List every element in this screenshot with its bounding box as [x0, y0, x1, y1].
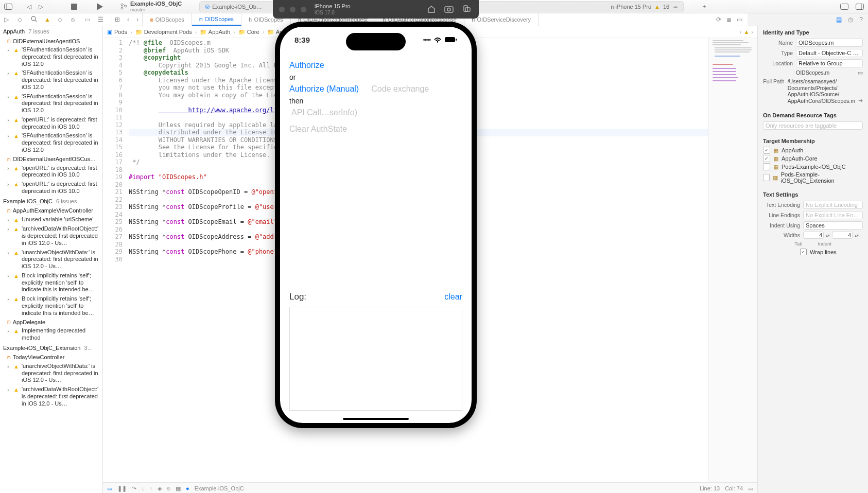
add-tab-icon[interactable]: ＋: [701, 2, 707, 11]
minimap[interactable]: [708, 38, 757, 482]
stop-icon[interactable]: [71, 4, 77, 10]
editor-grid-icon[interactable]: ⊞: [115, 16, 120, 23]
issue-item[interactable]: ›▲'unarchiveObjectWithData:' is deprecat…: [0, 362, 102, 385]
target-row[interactable]: ✓▦AppAuth: [758, 146, 868, 154]
issue-file[interactable]: m AppAuthExampleViewController: [0, 206, 102, 215]
simulate-loc-icon[interactable]: ▦: [176, 485, 181, 492]
nav-tests-icon[interactable]: ◇: [58, 16, 65, 23]
issue-item[interactable]: ›▲Implementing deprecated method: [0, 326, 102, 343]
scheme-selector[interactable]: Example-iOS_ObjC master: [120, 1, 182, 12]
encoding-select[interactable]: No Explicit Encoding: [803, 201, 863, 209]
clear-authstate-button[interactable]: Clear AuthState: [289, 122, 462, 136]
issue-item[interactable]: ›▲Block implicitly retains 'self'; expli…: [0, 294, 102, 318]
screenshot-icon[interactable]: [443, 3, 455, 15]
issue-file[interactable]: m OIDExternalUserAgentIOSCus…: [0, 155, 102, 164]
nav-issues-icon[interactable]: ▲: [44, 16, 51, 23]
max-traffic-icon[interactable]: [301, 7, 306, 12]
step-over-icon[interactable]: ↷: [132, 485, 136, 492]
debug-crumb[interactable]: Example-iOS_ObjC: [195, 485, 244, 491]
issue-item[interactable]: ›▲'archivedDataWithRootObject:' is depre…: [0, 385, 102, 408]
help-inspector-tab-icon[interactable]: ?: [859, 16, 863, 23]
location-select[interactable]: Relative to Group: [796, 59, 863, 67]
type-select[interactable]: Default - Objective-C Sou…: [796, 49, 863, 57]
step-out-icon[interactable]: ↑: [150, 485, 153, 491]
close-traffic-icon[interactable]: [279, 7, 285, 12]
nav-breakpoints-icon[interactable]: ▭: [84, 16, 92, 23]
issue-item[interactable]: ›▲'SFAuthenticationSession' is deprecate…: [0, 45, 102, 68]
crumb-prev-icon[interactable]: ‹: [740, 29, 742, 35]
authorize-manual-button[interactable]: Authorize (Manual): [289, 82, 359, 96]
issue-item[interactable]: ›▲'SFAuthenticationSession' is deprecate…: [0, 131, 102, 154]
nav-back-icon[interactable]: ◁: [27, 3, 31, 10]
simulator-title-bar[interactable]: iPhone 15 ProiOS 17.0: [273, 0, 479, 19]
issue-item[interactable]: ›▲'archivedDataWithRootObject:' is depre…: [0, 224, 102, 248]
tab-width-stepper[interactable]: 4: [803, 232, 824, 239]
inspector-toggle-icon[interactable]: [856, 4, 864, 10]
nav-debug-icon[interactable]: ⎋: [71, 16, 78, 23]
issue-group[interactable]: Example-iOS_ObjC 6 issues: [0, 196, 102, 206]
editor-back-icon[interactable]: ‹: [127, 16, 129, 23]
step-into-icon[interactable]: ↓: [142, 485, 145, 491]
indent-select[interactable]: Spaces: [803, 221, 863, 230]
panel-icon[interactable]: ▭: [737, 16, 742, 23]
issue-item[interactable]: ›▲Unused variable 'urlScheme': [0, 215, 102, 225]
home-icon[interactable]: [425, 3, 438, 15]
nav-run-icon[interactable]: ▷: [4, 16, 11, 23]
editor-tab[interactable]: mOIDScopes: [192, 13, 241, 26]
debug-toggle-icon[interactable]: ▭: [107, 485, 112, 492]
target-checkbox[interactable]: ✓: [763, 147, 770, 154]
lines-icon[interactable]: ≣: [726, 16, 732, 23]
sidebar-toggle-icon[interactable]: [4, 4, 12, 10]
library-icon[interactable]: [840, 4, 848, 10]
crumb-item[interactable]: Pods: [114, 29, 127, 35]
indent-width-stepper[interactable]: 4: [832, 232, 853, 239]
view-debug-icon[interactable]: ◈: [158, 485, 162, 492]
issue-file[interactable]: m TodayViewController: [0, 353, 102, 362]
target-checkbox[interactable]: [763, 174, 770, 181]
issue-group[interactable]: Example-iOS_ObjC_Extension 3…: [0, 343, 102, 353]
target-row[interactable]: ▦Pods-Example-iOS_ObjC_Extension: [758, 171, 868, 184]
target-row[interactable]: ▦Pods-Example-iOS_ObjC: [758, 163, 868, 171]
pause-icon[interactable]: ❚❚: [117, 485, 127, 492]
crumb-item[interactable]: 📁 AppAuth: [200, 29, 230, 36]
issue-item[interactable]: ›▲'openURL:' is deprecated: first deprec…: [0, 164, 102, 180]
crumb-next-icon[interactable]: ›: [751, 29, 753, 35]
clear-log-button[interactable]: clear: [444, 290, 462, 304]
history-inspector-tab-icon[interactable]: ◷: [848, 16, 853, 23]
min-traffic-icon[interactable]: [290, 7, 296, 12]
issue-item[interactable]: ›▲'SFAuthenticationSession' is deprecate…: [0, 68, 102, 92]
target-checkbox[interactable]: ✓: [763, 155, 770, 162]
wrap-checkbox[interactable]: ✓: [800, 249, 807, 255]
refresh-icon[interactable]: ⟳: [716, 16, 721, 23]
issue-file[interactable]: m AppDelegate: [0, 318, 102, 326]
crumb-item[interactable]: 📁 Core: [238, 29, 259, 36]
home-indicator[interactable]: [343, 418, 409, 420]
editor-fwd-icon[interactable]: ›: [136, 16, 138, 23]
nav-fwd-icon[interactable]: ▷: [39, 3, 43, 10]
console-toggle-icon[interactable]: ▭: [748, 485, 753, 492]
odr-field[interactable]: Only resources are taggable: [763, 121, 863, 130]
nav-bookmark-icon[interactable]: ◇: [18, 16, 25, 23]
nav-reports-icon[interactable]: ☰: [98, 16, 105, 23]
rotate-icon[interactable]: [460, 3, 473, 15]
nav-search-icon[interactable]: [31, 16, 38, 23]
line-endings-select[interactable]: No Explicit Line Endings: [803, 211, 863, 219]
issue-file[interactable]: m OIDExternalUserAgentIOS: [0, 37, 102, 45]
name-field[interactable]: OIDScopes.m: [796, 39, 863, 47]
issue-group[interactable]: AppAuth 7 issues: [0, 26, 102, 37]
target-row[interactable]: ✓▦AppAuth-Core: [758, 154, 868, 163]
folder-icon[interactable]: ▭: [858, 69, 863, 76]
authorize-button[interactable]: Authorize: [289, 59, 462, 72]
memory-icon[interactable]: ⎋: [167, 485, 170, 491]
editor-tab[interactable]: mOIDScopes: [143, 13, 192, 26]
log-textview[interactable]: [289, 307, 462, 411]
api-call-button[interactable]: API Call…serInfo): [289, 106, 462, 119]
run-icon[interactable]: [97, 3, 103, 10]
issue-item[interactable]: ›▲'openURL:' is deprecated: first deprec…: [0, 180, 102, 196]
issue-item[interactable]: ›▲Block implicitly retains 'self'; expli…: [0, 271, 102, 294]
file-inspector-tab-icon[interactable]: ▤: [836, 16, 842, 23]
target-checkbox[interactable]: [763, 163, 770, 170]
issue-navigator[interactable]: AppAuth 7 issuesm OIDExternalUserAgentIO…: [0, 26, 103, 493]
issue-item[interactable]: ›▲'openURL:' is deprecated: first deprec…: [0, 115, 102, 132]
issue-item[interactable]: ›▲'SFAuthenticationSession' is deprecate…: [0, 92, 102, 115]
